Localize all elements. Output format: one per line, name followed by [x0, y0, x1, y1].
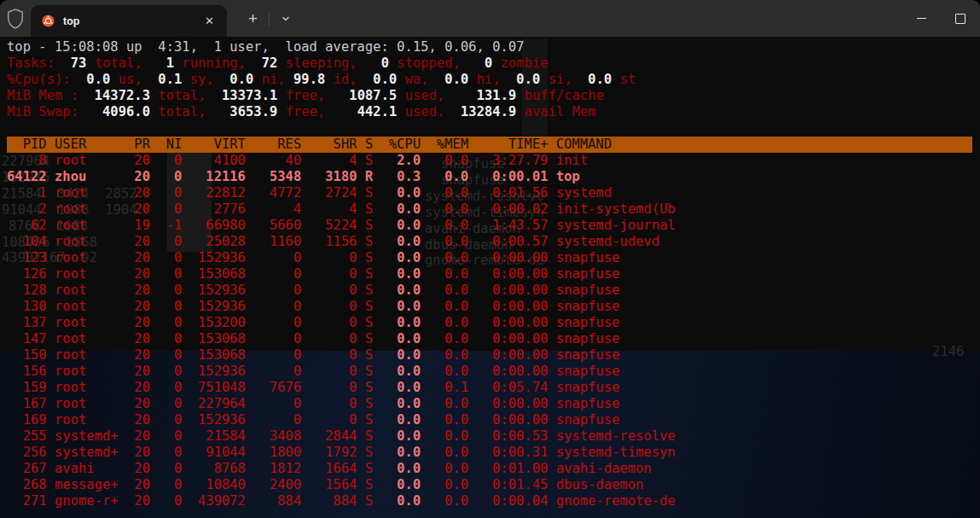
summary-line: MiB Mem : 14372.3 total, 13373.1 free, 1…	[7, 88, 980, 104]
titlebar: top ✕ +	[0, 0, 980, 37]
process-row-147: 147 root 20 0 153068 0 0 S 0.0 0.0 0:00.…	[7, 331, 980, 347]
process-row-267: 267 avahi 20 0 8768 1812 1664 S 0.0 0.0 …	[7, 461, 980, 477]
process-row-130: 130 root 20 0 152936 0 0 S 0.0 0.0 0:00.…	[7, 299, 980, 315]
blank-line	[7, 120, 980, 137]
process-row-156: 156 root 20 0 152936 0 0 S 0.0 0.0 0:00.…	[7, 364, 980, 380]
process-row-169: 169 root 20 0 152936 0 0 S 0.0 0.0 0:00.…	[7, 412, 980, 428]
shield-icon	[6, 8, 25, 30]
summary-line: Tasks: 73 total, 1 running, 72 sleeping,…	[7, 55, 980, 72]
minimize-button[interactable]	[902, 0, 941, 37]
summary-line: %Cpu(s): 0.0 us, 0.1 sy, 0.0 ni, 99.8 id…	[7, 72, 980, 88]
process-row-167: 167 root 20 0 227964 0 0 S 0.0 0.0 0:00.…	[7, 396, 980, 412]
tab-title: top	[63, 15, 200, 27]
ubuntu-logo-icon	[42, 15, 55, 27]
maximize-button[interactable]	[941, 0, 980, 37]
process-row-128: 128 root 20 0 152936 0 0 S 0.0 0.0 0:00.…	[7, 282, 980, 299]
titlebar-drag-area[interactable]	[296, 0, 902, 37]
process-row-271: 271 gnome-r+ 20 0 439072 884 884 S 0.0 0…	[7, 493, 980, 509]
process-row-159: 159 root 20 0 751048 7676 0 S 0.0 0.1 0:…	[7, 380, 980, 396]
process-row-2: 2 root 20 0 2776 4 4 S 0.0 0.0 0:00.02 i…	[7, 201, 980, 218]
terminal-screen[interactable]: 22796415293621584 3424 285291044 1988 19…	[0, 37, 980, 518]
summary-line: MiB Swap: 4096.0 total, 3653.9 free, 442…	[7, 104, 980, 120]
process-row-137: 137 root 20 0 153200 0 0 S 0.0 0.0 0:00.…	[7, 315, 980, 331]
app-shield-icon[interactable]	[0, 0, 31, 37]
process-row-64122: 64122 zhou 20 0 12116 5348 3180 R 0.3 0.…	[7, 169, 980, 185]
process-row-1: 1 root 20 0 22812 4772 2724 S 0.0 0.0 0:…	[7, 185, 980, 201]
process-row-123: 123 root 20 0 152936 0 0 S 0.0 0.0 0:00.…	[7, 250, 980, 266]
process-row-256: 256 systemd+ 20 0 91044 1800 1792 S 0.0 …	[7, 445, 980, 461]
summary-line: top - 15:08:08 up 4:31, 1 user, load ave…	[7, 39, 980, 55]
tab-dropdown-button[interactable]	[275, 0, 296, 37]
process-row-255: 255 systemd+ 20 0 21584 3408 2844 S 0.0 …	[7, 428, 980, 445]
minimize-icon	[917, 18, 926, 19]
terminal-window: top ✕ + 22796415293621584 3424 285291044…	[0, 0, 980, 518]
process-row-268: 268 message+ 20 0 10840 2400 1564 S 0.0 …	[7, 477, 980, 493]
tab-close-button[interactable]: ✕	[200, 13, 218, 29]
maximize-icon	[955, 14, 966, 24]
process-row-8: 8 root 20 0 4100 40 4 S 2.0 0.0 3:27.79 …	[7, 153, 980, 169]
process-row-62: 62 root 19 -1 66980 5660 5224 S 0.0 0.0 …	[7, 218, 980, 234]
process-table-header[interactable]: PID USER PR NI VIRT RES SHR S %CPU %MEM …	[7, 137, 972, 153]
process-row-104: 104 root 20 0 25028 1160 1156 S 0.0 0.0 …	[7, 234, 980, 250]
tab-top[interactable]: top ✕	[31, 5, 227, 37]
process-row-126: 126 root 20 0 153068 0 0 S 0.0 0.0 0:00.…	[7, 266, 980, 282]
new-tab-button[interactable]: +	[243, 0, 263, 37]
top-output: top - 15:08:08 up 4:31, 1 user, load ave…	[0, 37, 980, 509]
chevron-down-icon	[281, 14, 291, 24]
titlebar-divider	[269, 12, 270, 26]
process-row-150: 150 root 20 0 153068 0 0 S 0.0 0.0 0:00.…	[7, 347, 980, 364]
